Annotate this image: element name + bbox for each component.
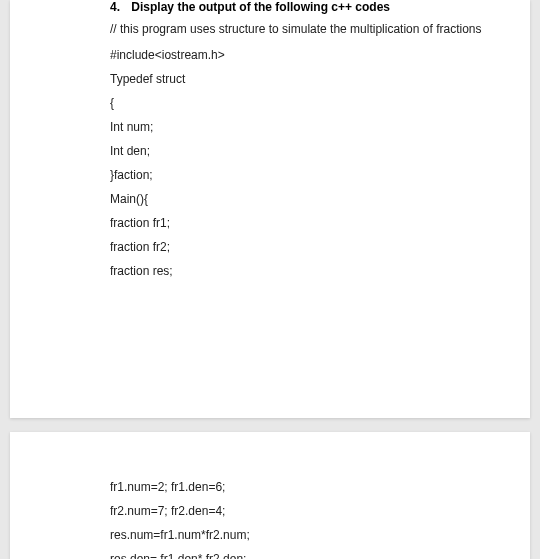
code-line: #include<iostream.h>: [110, 48, 490, 62]
code-line: Int den;: [110, 144, 490, 158]
document-page-2: fr1.num=2; fr1.den=6; fr2.num=7; fr2.den…: [10, 432, 530, 559]
page-1-content: 4. Display the output of the following c…: [110, 0, 490, 378]
code-line: res.num=fr1.num*fr2.num;: [110, 528, 490, 542]
code-line: Typedef struct: [110, 72, 490, 86]
question-title: Display the output of the following c++ …: [131, 0, 390, 14]
code-line: fr1.num=2; fr1.den=6;: [110, 480, 490, 494]
code-line: }faction;: [110, 168, 490, 182]
code-line: fraction fr2;: [110, 240, 490, 254]
code-line: Int num;: [110, 120, 490, 134]
code-line: fraction fr1;: [110, 216, 490, 230]
document-page-1: 4. Display the output of the following c…: [10, 0, 530, 418]
page-2-content: fr1.num=2; fr1.den=6; fr2.num=7; fr2.den…: [110, 480, 490, 559]
code-line: fraction res;: [110, 264, 490, 278]
question-number: 4.: [110, 0, 120, 14]
code-line: Main(){: [110, 192, 490, 206]
code-line: fr2.num=7; fr2.den=4;: [110, 504, 490, 518]
code-line: res.den= fr1.den* fr2.den;: [110, 552, 490, 559]
code-line: {: [110, 96, 490, 110]
page-bottom-space: [110, 288, 490, 378]
code-line: // this program uses structure to simula…: [110, 22, 490, 38]
question-heading: 4. Display the output of the following c…: [110, 0, 490, 14]
